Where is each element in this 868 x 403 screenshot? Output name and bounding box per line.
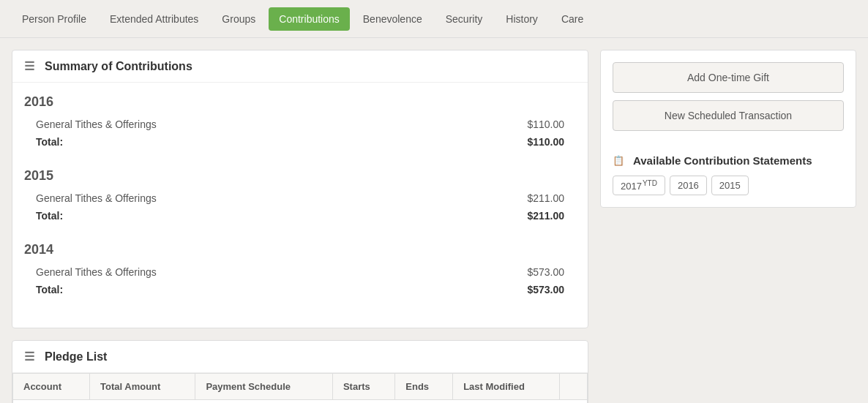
nav-history[interactable]: History [495, 7, 548, 31]
year-group-2014: 2014 General Tithes & Offerings $573.00 … [24, 242, 576, 298]
contributions-summary-card: Summary of Contributions 2016 General Ti… [12, 50, 588, 328]
year-group-2015: 2015 General Tithes & Offerings $211.00 … [24, 168, 576, 225]
col-last-modified: Last Modified [453, 374, 560, 400]
year-total-2015: Total: $211.00 [24, 207, 576, 225]
new-scheduled-transaction-button[interactable]: New Scheduled Transaction [613, 100, 844, 131]
account-name: General Tithes & Offerings [36, 266, 157, 278]
total-amount: $573.00 [527, 284, 564, 295]
actions-card: Add One-time Gift New Scheduled Transact… [600, 50, 856, 208]
statements-section: Available Contribution Statements 2017YT… [601, 143, 856, 207]
tag-year-2017: 2017 [621, 181, 642, 192]
col-starts: Starts [332, 374, 394, 400]
total-label: Total: [36, 210, 63, 222]
navigation-bar: Person Profile Extended Attributes Group… [0, 0, 868, 38]
summary-title-text: Summary of Contributions [45, 60, 192, 73]
nav-security[interactable]: Security [435, 7, 493, 31]
year-total-2016: Total: $110.00 [24, 133, 576, 151]
year-total-2014: Total: $573.00 [24, 281, 576, 298]
pledge-table: Account Total Amount Payment Schedule St… [12, 373, 588, 403]
account-amount: $573.00 [527, 266, 564, 278]
contribution-row: General Tithes & Offerings $573.00 [24, 263, 576, 281]
no-pledges-message: No Financial Pledges Found [13, 400, 588, 404]
col-total-amount: Total Amount [90, 374, 195, 400]
account-name: General Tithes & Offerings [36, 118, 157, 130]
pledge-table-head: Account Total Amount Payment Schedule St… [13, 374, 588, 400]
total-label: Total: [36, 284, 63, 295]
year-label-2014: 2014 [24, 242, 576, 257]
nav-person-profile[interactable]: Person Profile [12, 7, 97, 31]
pledge-title-text: Pledge List [45, 350, 107, 364]
col-payment-schedule: Payment Schedule [195, 374, 333, 400]
account-amount: $211.00 [527, 192, 564, 204]
nav-care[interactable]: Care [551, 7, 594, 31]
right-column: Add One-time Gift New Scheduled Transact… [600, 50, 856, 403]
col-ends: Ends [395, 374, 453, 400]
contributions-summary-title: Summary of Contributions [12, 50, 588, 83]
add-one-time-gift-button[interactable]: Add One-time Gift [613, 62, 844, 93]
account-amount: $110.00 [527, 118, 564, 130]
statement-tag-2016[interactable]: 2016 [670, 176, 707, 195]
tag-ytd-label: YTD [643, 179, 657, 187]
statement-tags-container: 2017YTD 2016 2015 [613, 176, 844, 195]
total-label: Total: [36, 136, 63, 148]
statement-tag-2015[interactable]: 2015 [711, 176, 749, 195]
account-name: General Tithes & Offerings [36, 192, 157, 204]
nav-groups[interactable]: Groups [212, 7, 266, 31]
statements-title: Available Contribution Statements [613, 154, 844, 167]
pledge-header-row: Account Total Amount Payment Schedule St… [13, 374, 588, 400]
contributions-summary-body: 2016 General Tithes & Offerings $110.00 … [12, 83, 588, 328]
pledge-list-title: Pledge List [12, 341, 588, 373]
nav-extended-attributes[interactable]: Extended Attributes [100, 7, 209, 31]
col-account: Account [13, 374, 90, 400]
year-group-2016: 2016 General Tithes & Offerings $110.00 … [24, 94, 576, 151]
statement-tag-2017-ytd[interactable]: 2017YTD [613, 176, 665, 195]
main-layout: Summary of Contributions 2016 General Ti… [0, 38, 868, 403]
pledge-empty-row: No Financial Pledges Found [13, 400, 588, 404]
pledge-list-card: Pledge List Account Total Amount Payment… [12, 340, 588, 403]
year-label-2016: 2016 [24, 94, 576, 110]
pledge-table-body: No Financial Pledges Found [13, 400, 588, 404]
col-actions [560, 374, 588, 400]
statements-title-text: Available Contribution Statements [633, 154, 812, 167]
left-column: Summary of Contributions 2016 General Ti… [12, 50, 588, 403]
total-amount: $211.00 [527, 210, 564, 222]
total-amount: $110.00 [527, 136, 564, 148]
contribution-row: General Tithes & Offerings $211.00 [24, 189, 576, 207]
nav-contributions[interactable]: Contributions [269, 7, 350, 31]
year-label-2015: 2015 [24, 168, 576, 184]
contribution-row: General Tithes & Offerings $110.00 [24, 116, 576, 133]
nav-benevolence[interactable]: Benevolence [353, 7, 433, 31]
actions-body: Add One-time Gift New Scheduled Transact… [601, 50, 856, 143]
